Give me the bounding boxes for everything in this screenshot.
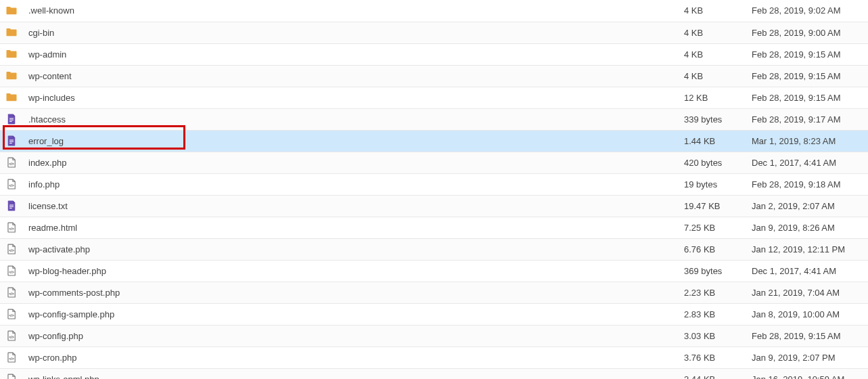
code-file-icon [0,178,23,190]
file-row[interactable]: license.txt19.47 KBJan 2, 2019, 2:07 AM [0,195,868,217]
file-size: 4 KB [679,43,746,65]
file-size: 12 KB [679,87,746,108]
file-row[interactable]: wp-comments-post.php2.23 KBJan 21, 2019,… [0,282,868,303]
file-row[interactable]: info.php19 bytesFeb 28, 2019, 9:18 AM [0,173,868,195]
file-date: Jan 21, 2019, 7:04 AM [746,282,868,303]
file-size: 4 KB [679,65,746,87]
file-date: Dec 1, 2017, 4:41 AM [746,260,868,282]
file-row[interactable]: wp-activate.php6.76 KBJan 12, 2019, 12:1… [0,238,868,260]
file-size: 3.03 KB [679,325,746,347]
text-file-icon [0,200,23,212]
file-date: Jan 9, 2019, 8:26 AM [746,217,868,238]
file-icon-cell [0,152,23,173]
file-size: 4 KB [679,22,746,43]
file-date: Jan 12, 2019, 12:11 PM [746,238,868,260]
code-file-icon [0,351,23,363]
file-row[interactable]: index.php420 bytesDec 1, 2017, 4:41 AM [0,152,868,173]
file-name[interactable]: wp-includes [23,87,679,108]
code-file-icon [0,221,23,233]
file-name[interactable]: wp-blog-header.php [23,260,679,282]
file-icon-cell [0,217,23,238]
file-name[interactable]: wp-admin [23,43,679,65]
file-icon-cell [0,303,23,325]
file-name[interactable]: info.php [23,173,679,195]
file-row[interactable]: wp-admin4 KBFeb 28, 2019, 9:15 AM [0,43,868,65]
code-file-icon [0,308,23,320]
file-name[interactable]: wp-comments-post.php [23,282,679,303]
code-file-icon [0,156,23,169]
code-file-icon [0,286,23,298]
file-date: Feb 28, 2019, 9:17 AM [746,108,868,130]
file-row[interactable]: .well-known4 KBFeb 28, 2019, 9:02 AM [0,0,868,22]
file-size: 6.76 KB [679,238,746,260]
file-row[interactable]: wp-links-opml.php2.44 KBJan 16, 2019, 10… [0,368,868,379]
file-row[interactable]: cgi-bin4 KBFeb 28, 2019, 9:00 AM [0,22,868,43]
text-file-icon [0,135,23,147]
file-row[interactable]: wp-config-sample.php2.83 KBJan 8, 2019, … [0,303,868,325]
file-list-table: .well-known4 KBFeb 28, 2019, 9:02 AMcgi-… [0,0,868,379]
code-file-icon [0,265,23,277]
code-file-icon [0,373,23,379]
file-size: 2.44 KB [679,368,746,379]
file-icon-cell [0,347,23,368]
folder-icon [0,91,23,104]
file-row[interactable]: wp-includes12 KBFeb 28, 2019, 9:15 AM [0,87,868,108]
file-row[interactable]: wp-config.php3.03 KBFeb 28, 2019, 9:15 A… [0,325,868,347]
file-date: Feb 28, 2019, 9:02 AM [746,0,868,22]
code-file-icon [0,330,23,342]
file-date: Feb 28, 2019, 9:18 AM [746,173,868,195]
file-size: 7.25 KB [679,217,746,238]
file-date: Jan 2, 2019, 2:07 AM [746,195,868,217]
text-file-icon [0,113,23,125]
file-name[interactable]: index.php [23,152,679,173]
file-icon-cell [0,368,23,379]
file-size: 1.44 KB [679,130,746,152]
file-icon-cell [0,173,23,195]
file-date: Jan 9, 2019, 2:07 PM [746,347,868,368]
file-name[interactable]: wp-links-opml.php [23,368,679,379]
file-name[interactable]: .well-known [23,0,679,22]
file-icon-cell [0,108,23,130]
file-name[interactable]: wp-cron.php [23,347,679,368]
file-date: Feb 28, 2019, 9:15 AM [746,65,868,87]
file-icon-cell [0,195,23,217]
file-date: Feb 28, 2019, 9:15 AM [746,325,868,347]
file-size: 420 bytes [679,152,746,173]
file-name[interactable]: readme.html [23,217,679,238]
file-name[interactable]: .htaccess [23,108,679,130]
file-name[interactable]: error_log [23,130,679,152]
file-name[interactable]: wp-activate.php [23,238,679,260]
file-date: Jan 8, 2019, 10:00 AM [746,303,868,325]
file-icon-cell [0,87,23,108]
file-size: 3.76 KB [679,347,746,368]
file-row[interactable]: wp-cron.php3.76 KBJan 9, 2019, 2:07 PM [0,347,868,368]
folder-icon [0,5,23,17]
file-icon-cell [0,325,23,347]
file-icon-cell [0,22,23,43]
file-icon-cell [0,65,23,87]
file-name[interactable]: wp-config-sample.php [23,303,679,325]
file-icon-cell [0,282,23,303]
file-icon-cell [0,43,23,65]
file-size: 339 bytes [679,108,746,130]
folder-icon [0,26,23,39]
file-row[interactable]: .htaccess339 bytesFeb 28, 2019, 9:17 AM [0,108,868,130]
file-row[interactable]: wp-blog-header.php369 bytesDec 1, 2017, … [0,260,868,282]
file-name[interactable]: wp-config.php [23,325,679,347]
file-row[interactable]: error_log1.44 KBMar 1, 2019, 8:23 AM [0,130,868,152]
file-date: Feb 28, 2019, 9:15 AM [746,43,868,65]
file-icon-cell [0,130,23,152]
file-date: Mar 1, 2019, 8:23 AM [746,130,868,152]
file-date: Jan 16, 2019, 10:59 AM [746,368,868,379]
file-name[interactable]: license.txt [23,195,679,217]
file-size: 4 KB [679,0,746,22]
file-name[interactable]: wp-content [23,65,679,87]
file-name[interactable]: cgi-bin [23,22,679,43]
file-size: 369 bytes [679,260,746,282]
file-size: 2.83 KB [679,303,746,325]
folder-icon [0,70,23,82]
file-row[interactable]: wp-content4 KBFeb 28, 2019, 9:15 AM [0,65,868,87]
file-icon-cell [0,260,23,282]
file-icon-cell [0,0,23,22]
file-row[interactable]: readme.html7.25 KBJan 9, 2019, 8:26 AM [0,217,868,238]
